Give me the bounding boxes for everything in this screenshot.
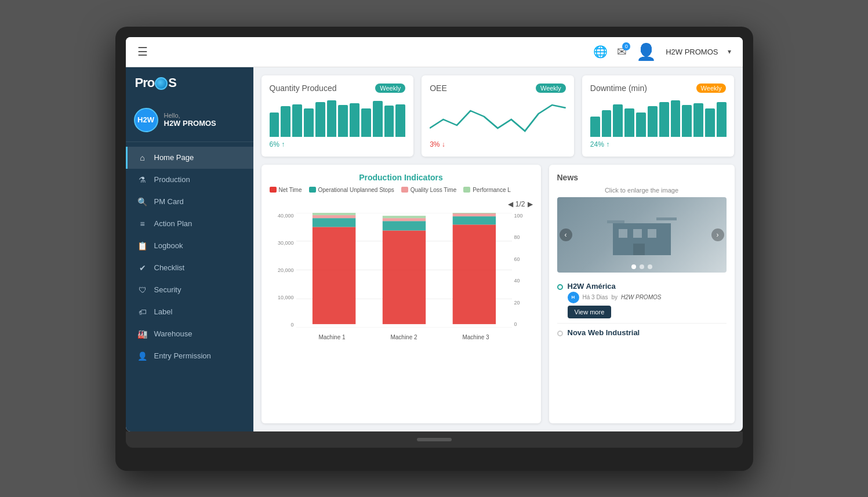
y-label-right: 80 — [514, 234, 533, 240]
svg-rect-23 — [656, 217, 677, 220]
profile-hello: Hello, — [164, 112, 216, 119]
svg-rect-18 — [619, 229, 627, 238]
building-illustration — [607, 212, 677, 258]
bar — [590, 117, 600, 137]
production-chart-area: 40,000 30,000 20,000 10,000 0 100 80 60 — [270, 213, 533, 340]
sidebar-item-logbook[interactable]: 📋 Logbook — [126, 235, 253, 257]
user-dropdown-icon[interactable]: ▾ — [728, 48, 731, 56]
topbar-left: ☰ — [137, 45, 148, 59]
mail-icon[interactable]: ✉ 0 — [617, 45, 627, 59]
downtime-card: Downtime (min) Weekly — [582, 75, 735, 157]
carousel-dot[interactable] — [640, 264, 644, 269]
topbar: ☰ 🌐 ✉ 0 👤 H2W PROMOS ▾ — [126, 37, 743, 67]
hamburger-button[interactable]: ☰ — [137, 45, 148, 59]
y-label-right: 100 — [514, 213, 533, 219]
sidebar-item-production[interactable]: ⚗ Production — [126, 169, 253, 191]
profile-text: Hello, H2W PROMOS — [164, 112, 216, 128]
sidebar-item-label: PM Card — [154, 197, 184, 206]
carousel-dots — [631, 264, 652, 269]
bar — [361, 108, 371, 137]
sidebar-item-entrypermission[interactable]: 👤 Entry Permission — [126, 345, 253, 367]
actionplan-icon: ≡ — [137, 219, 148, 228]
sidebar: ProS H2W Hello, H2W PROMOS ⌂ Home Page — [126, 67, 253, 431]
production-chart-title: Production Indicators — [270, 173, 533, 182]
sidebar-item-label: Logbook — [154, 241, 183, 250]
bar — [682, 105, 692, 137]
carousel-next-button[interactable]: › — [711, 228, 724, 241]
quantity-title: Quantity Produced — [270, 84, 337, 93]
op-stops-dot — [309, 187, 316, 193]
y-axis-left: 40,000 30,000 20,000 10,000 0 — [270, 213, 296, 328]
bar — [671, 100, 681, 137]
carousel-dot[interactable] — [648, 264, 652, 269]
performance-label: Performance L — [473, 187, 511, 193]
avatar: H2W — [134, 108, 158, 132]
bar — [384, 106, 394, 136]
svg-rect-15 — [452, 213, 495, 216]
downtime-chart — [590, 96, 727, 137]
sidebar-item-pmcard[interactable]: 🔍 PM Card — [126, 191, 253, 213]
op-stops-label: Operational Unplanned Stops — [318, 187, 394, 193]
sidebar-item-label: Warehouse — [154, 329, 193, 338]
sidebar-item-warehouse[interactable]: 🏭 Warehouse — [126, 323, 253, 345]
chart-pagination: ◀ 1/2 ▶ — [508, 200, 533, 208]
sidebar-item-label: Security — [154, 285, 181, 294]
bar — [304, 108, 314, 137]
performance-dot — [463, 187, 470, 193]
machine3-label: Machine 3 — [462, 334, 489, 340]
bar — [624, 108, 634, 137]
news-item-title-2: Nova Web Industrial — [568, 328, 727, 337]
oee-card: OEE Weekly 3% ↓ — [422, 75, 574, 157]
bar — [315, 102, 325, 137]
sidebar-item-label: Home Page — [154, 153, 194, 162]
y-label-right: 20 — [514, 300, 533, 306]
legend-net-time: Net Time — [270, 187, 302, 193]
view-more-button[interactable]: View more — [568, 306, 612, 318]
bar — [636, 113, 646, 137]
svg-rect-20 — [648, 229, 656, 238]
news-title: News — [557, 173, 727, 182]
sidebar-nav: ⌂ Home Page ⚗ Production 🔍 PM Card ≡ Act… — [126, 142, 253, 372]
bar — [648, 106, 658, 137]
oee-change: 3% ↓ — [430, 140, 445, 148]
svg-rect-13 — [452, 224, 495, 324]
downtime-footer: 24% ↑ — [590, 140, 727, 148]
news-dot-2 — [557, 331, 563, 336]
sidebar-item-label[interactable]: 🏷 Label — [126, 301, 253, 323]
quality-loss-dot — [401, 187, 408, 193]
bar — [602, 110, 612, 137]
sidebar-item-checklist[interactable]: ✔ Checklist — [126, 257, 253, 279]
carousel-dot[interactable] — [631, 264, 636, 269]
profile-name: H2W PROMOS — [164, 119, 216, 128]
user-name-label[interactable]: H2W PROMOS — [666, 48, 718, 56]
next-page-button[interactable]: ▶ — [528, 200, 533, 208]
quantity-badge: Weekly — [375, 84, 405, 93]
news-carousel[interactable]: ‹ › — [557, 197, 727, 273]
quality-loss-label: Quality Loss Time — [411, 187, 456, 193]
pmcard-icon: 🔍 — [137, 197, 148, 206]
prev-page-button[interactable]: ◀ — [508, 200, 513, 208]
quantity-chart — [270, 96, 406, 137]
carousel-prev-button[interactable]: ‹ — [560, 228, 572, 241]
user-avatar-icon[interactable]: 👤 — [636, 42, 656, 61]
sidebar-item-security[interactable]: 🛡 Security — [126, 279, 253, 301]
stat-cards: Quantity Produced Weekly — [262, 75, 735, 157]
sidebar-item-label: Label — [154, 307, 173, 316]
content-area: Quantity Produced Weekly — [253, 67, 743, 431]
sidebar-item-label: Entry Permission — [154, 351, 211, 360]
news-item-1: H2W América H Há 3 Dias by H2W PROMOS Vi… — [557, 277, 727, 324]
production-icon: ⚗ — [137, 175, 148, 184]
y-label-right: 40 — [514, 278, 533, 284]
globe-icon[interactable]: 🌐 — [593, 45, 608, 59]
page-indicator: 1/2 — [515, 200, 525, 208]
sidebar-item-home[interactable]: ⌂ Home Page — [126, 147, 253, 169]
machine1-label: Machine 1 — [318, 334, 345, 340]
bar — [292, 104, 302, 137]
machine2-label: Machine 2 — [390, 334, 417, 340]
bar — [327, 100, 337, 137]
security-icon: 🛡 — [137, 285, 148, 295]
sidebar-item-actionplan[interactable]: ≡ Action Plan — [126, 213, 253, 235]
bar — [659, 102, 669, 137]
news-content-2: Nova Web Industrial — [568, 328, 727, 337]
x-axis-labels: Machine 1 Machine 2 Machine 3 — [296, 334, 512, 340]
